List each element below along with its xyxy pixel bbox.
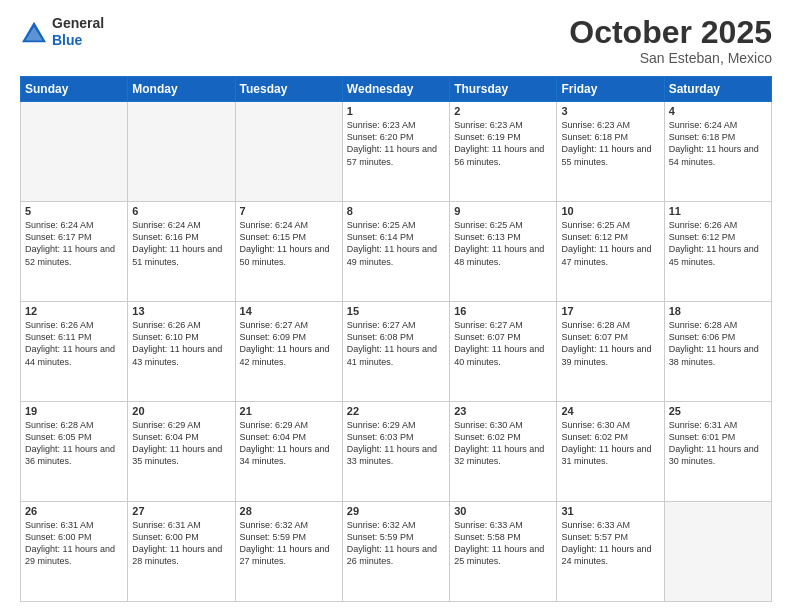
day-number: 12 xyxy=(25,305,123,317)
calendar-cell: 1Sunrise: 6:23 AMSunset: 6:20 PMDaylight… xyxy=(342,102,449,202)
location: San Esteban, Mexico xyxy=(569,50,772,66)
day-header-friday: Friday xyxy=(557,77,664,102)
calendar-cell: 13Sunrise: 6:26 AMSunset: 6:10 PMDayligh… xyxy=(128,302,235,402)
cell-info: Sunrise: 6:25 AMSunset: 6:12 PMDaylight:… xyxy=(561,219,659,268)
cell-info: Sunrise: 6:30 AMSunset: 6:02 PMDaylight:… xyxy=(561,419,659,468)
calendar-cell: 25Sunrise: 6:31 AMSunset: 6:01 PMDayligh… xyxy=(664,402,771,502)
calendar-cell: 27Sunrise: 6:31 AMSunset: 6:00 PMDayligh… xyxy=(128,502,235,602)
cell-info: Sunrise: 6:33 AMSunset: 5:58 PMDaylight:… xyxy=(454,519,552,568)
cell-info: Sunrise: 6:27 AMSunset: 6:09 PMDaylight:… xyxy=(240,319,338,368)
cell-info: Sunrise: 6:32 AMSunset: 5:59 PMDaylight:… xyxy=(347,519,445,568)
cell-info: Sunrise: 6:24 AMSunset: 6:18 PMDaylight:… xyxy=(669,119,767,168)
calendar-cell: 3Sunrise: 6:23 AMSunset: 6:18 PMDaylight… xyxy=(557,102,664,202)
cell-info: Sunrise: 6:28 AMSunset: 6:07 PMDaylight:… xyxy=(561,319,659,368)
calendar-cell: 17Sunrise: 6:28 AMSunset: 6:07 PMDayligh… xyxy=(557,302,664,402)
header: General Blue October 2025 San Esteban, M… xyxy=(20,15,772,66)
calendar-cell: 20Sunrise: 6:29 AMSunset: 6:04 PMDayligh… xyxy=(128,402,235,502)
day-header-monday: Monday xyxy=(128,77,235,102)
cell-info: Sunrise: 6:29 AMSunset: 6:03 PMDaylight:… xyxy=(347,419,445,468)
logo-blue: Blue xyxy=(52,32,104,49)
day-number: 5 xyxy=(25,205,123,217)
logo-general: General xyxy=(52,15,104,32)
calendar-cell: 30Sunrise: 6:33 AMSunset: 5:58 PMDayligh… xyxy=(450,502,557,602)
calendar-cell xyxy=(128,102,235,202)
calendar-cell: 23Sunrise: 6:30 AMSunset: 6:02 PMDayligh… xyxy=(450,402,557,502)
calendar-cell: 21Sunrise: 6:29 AMSunset: 6:04 PMDayligh… xyxy=(235,402,342,502)
day-number: 19 xyxy=(25,405,123,417)
calendar-week-2: 5Sunrise: 6:24 AMSunset: 6:17 PMDaylight… xyxy=(21,202,772,302)
cell-info: Sunrise: 6:23 AMSunset: 6:19 PMDaylight:… xyxy=(454,119,552,168)
cell-info: Sunrise: 6:32 AMSunset: 5:59 PMDaylight:… xyxy=(240,519,338,568)
calendar-cell: 6Sunrise: 6:24 AMSunset: 6:16 PMDaylight… xyxy=(128,202,235,302)
cell-info: Sunrise: 6:26 AMSunset: 6:11 PMDaylight:… xyxy=(25,319,123,368)
calendar-cell: 8Sunrise: 6:25 AMSunset: 6:14 PMDaylight… xyxy=(342,202,449,302)
day-number: 7 xyxy=(240,205,338,217)
day-number: 6 xyxy=(132,205,230,217)
day-number: 23 xyxy=(454,405,552,417)
calendar-cell xyxy=(21,102,128,202)
day-number: 2 xyxy=(454,105,552,117)
day-number: 11 xyxy=(669,205,767,217)
day-number: 31 xyxy=(561,505,659,517)
calendar-cell xyxy=(235,102,342,202)
cell-info: Sunrise: 6:26 AMSunset: 6:10 PMDaylight:… xyxy=(132,319,230,368)
cell-info: Sunrise: 6:31 AMSunset: 6:00 PMDaylight:… xyxy=(25,519,123,568)
cell-info: Sunrise: 6:24 AMSunset: 6:17 PMDaylight:… xyxy=(25,219,123,268)
calendar-cell: 10Sunrise: 6:25 AMSunset: 6:12 PMDayligh… xyxy=(557,202,664,302)
calendar-cell: 9Sunrise: 6:25 AMSunset: 6:13 PMDaylight… xyxy=(450,202,557,302)
cell-info: Sunrise: 6:29 AMSunset: 6:04 PMDaylight:… xyxy=(132,419,230,468)
day-number: 20 xyxy=(132,405,230,417)
cell-info: Sunrise: 6:25 AMSunset: 6:14 PMDaylight:… xyxy=(347,219,445,268)
day-number: 1 xyxy=(347,105,445,117)
calendar-cell xyxy=(664,502,771,602)
cell-info: Sunrise: 6:33 AMSunset: 5:57 PMDaylight:… xyxy=(561,519,659,568)
calendar-cell: 28Sunrise: 6:32 AMSunset: 5:59 PMDayligh… xyxy=(235,502,342,602)
cell-info: Sunrise: 6:25 AMSunset: 6:13 PMDaylight:… xyxy=(454,219,552,268)
calendar-cell: 24Sunrise: 6:30 AMSunset: 6:02 PMDayligh… xyxy=(557,402,664,502)
day-number: 25 xyxy=(669,405,767,417)
day-number: 10 xyxy=(561,205,659,217)
calendar-week-4: 19Sunrise: 6:28 AMSunset: 6:05 PMDayligh… xyxy=(21,402,772,502)
day-header-tuesday: Tuesday xyxy=(235,77,342,102)
calendar-cell: 31Sunrise: 6:33 AMSunset: 5:57 PMDayligh… xyxy=(557,502,664,602)
calendar-cell: 7Sunrise: 6:24 AMSunset: 6:15 PMDaylight… xyxy=(235,202,342,302)
cell-info: Sunrise: 6:24 AMSunset: 6:16 PMDaylight:… xyxy=(132,219,230,268)
calendar-cell: 5Sunrise: 6:24 AMSunset: 6:17 PMDaylight… xyxy=(21,202,128,302)
calendar-cell: 2Sunrise: 6:23 AMSunset: 6:19 PMDaylight… xyxy=(450,102,557,202)
day-header-sunday: Sunday xyxy=(21,77,128,102)
calendar-cell: 14Sunrise: 6:27 AMSunset: 6:09 PMDayligh… xyxy=(235,302,342,402)
day-number: 3 xyxy=(561,105,659,117)
day-number: 9 xyxy=(454,205,552,217)
cell-info: Sunrise: 6:27 AMSunset: 6:07 PMDaylight:… xyxy=(454,319,552,368)
calendar-week-3: 12Sunrise: 6:26 AMSunset: 6:11 PMDayligh… xyxy=(21,302,772,402)
day-number: 18 xyxy=(669,305,767,317)
page: General Blue October 2025 San Esteban, M… xyxy=(0,0,792,612)
day-number: 17 xyxy=(561,305,659,317)
calendar-header-row: SundayMondayTuesdayWednesdayThursdayFrid… xyxy=(21,77,772,102)
cell-info: Sunrise: 6:28 AMSunset: 6:06 PMDaylight:… xyxy=(669,319,767,368)
logo-text: General Blue xyxy=(52,15,104,49)
cell-info: Sunrise: 6:29 AMSunset: 6:04 PMDaylight:… xyxy=(240,419,338,468)
cell-info: Sunrise: 6:30 AMSunset: 6:02 PMDaylight:… xyxy=(454,419,552,468)
calendar-cell: 4Sunrise: 6:24 AMSunset: 6:18 PMDaylight… xyxy=(664,102,771,202)
day-number: 15 xyxy=(347,305,445,317)
day-number: 30 xyxy=(454,505,552,517)
cell-info: Sunrise: 6:26 AMSunset: 6:12 PMDaylight:… xyxy=(669,219,767,268)
calendar-cell: 22Sunrise: 6:29 AMSunset: 6:03 PMDayligh… xyxy=(342,402,449,502)
logo: General Blue xyxy=(20,15,104,49)
calendar-table: SundayMondayTuesdayWednesdayThursdayFrid… xyxy=(20,76,772,602)
day-number: 16 xyxy=(454,305,552,317)
cell-info: Sunrise: 6:31 AMSunset: 6:00 PMDaylight:… xyxy=(132,519,230,568)
day-number: 28 xyxy=(240,505,338,517)
calendar-cell: 29Sunrise: 6:32 AMSunset: 5:59 PMDayligh… xyxy=(342,502,449,602)
calendar-cell: 12Sunrise: 6:26 AMSunset: 6:11 PMDayligh… xyxy=(21,302,128,402)
day-number: 13 xyxy=(132,305,230,317)
cell-info: Sunrise: 6:27 AMSunset: 6:08 PMDaylight:… xyxy=(347,319,445,368)
day-number: 8 xyxy=(347,205,445,217)
day-number: 29 xyxy=(347,505,445,517)
calendar-cell: 18Sunrise: 6:28 AMSunset: 6:06 PMDayligh… xyxy=(664,302,771,402)
day-number: 24 xyxy=(561,405,659,417)
calendar-cell: 11Sunrise: 6:26 AMSunset: 6:12 PMDayligh… xyxy=(664,202,771,302)
day-number: 27 xyxy=(132,505,230,517)
cell-info: Sunrise: 6:28 AMSunset: 6:05 PMDaylight:… xyxy=(25,419,123,468)
